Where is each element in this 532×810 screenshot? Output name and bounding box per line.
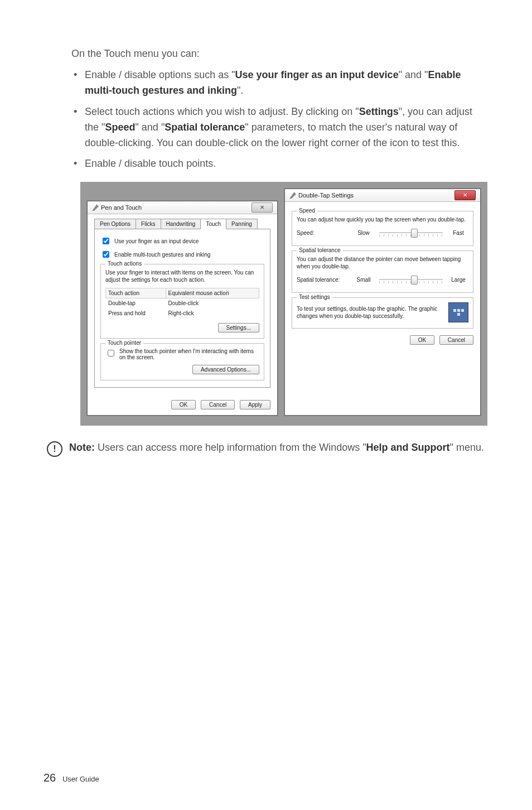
intro-text: On the Touch menu you can: (71, 48, 489, 60)
page-footer: 26 User Guide (43, 772, 99, 784)
bullet-list: Enable / disable options such as "Use yo… (71, 68, 489, 172)
spatial-label: Spatial tolerance: (297, 277, 348, 283)
touch-actions-group: Touch actions Use your finger to interac… (100, 264, 264, 339)
table-header-action: Touch action (106, 288, 166, 298)
bullet-2: Select touch actions which you wish to a… (71, 104, 489, 151)
use-finger-checkbox-input[interactable] (103, 238, 109, 244)
bullet-2-b1: Settings (359, 106, 399, 117)
use-finger-checkbox-label: Use your finger as an input device (114, 238, 199, 244)
bullet-2-mid2: " and " (135, 122, 165, 133)
table-row[interactable]: Double-tap Double-click (106, 298, 259, 308)
bullet-1: Enable / disable options such as "Use yo… (71, 68, 489, 99)
show-touch-pointer-label: Show the touch pointer when I'm interact… (119, 348, 259, 360)
advanced-options-button[interactable]: Advanced Options... (192, 365, 259, 374)
spatial-legend: Spatial tolerance (297, 247, 343, 253)
dialog-footer: OK Cancel Apply (88, 394, 277, 415)
double-tap-settings-dialog: Double-Tap Settings ✕ Speed You can adju… (284, 189, 481, 416)
enable-multitouch-checkbox-input[interactable] (103, 251, 109, 258)
speed-min: Slow (354, 230, 374, 236)
test-graphic[interactable] (448, 302, 468, 322)
show-touch-pointer-input[interactable] (108, 350, 114, 356)
enable-multitouch-checkbox-label: Enable multi-touch gestures and inking (114, 252, 210, 258)
close-icon[interactable]: ✕ (454, 190, 476, 200)
ok-button[interactable]: OK (171, 400, 196, 409)
speed-max: Fast (448, 230, 468, 236)
touch-tabpanel: Use your finger as an input device Enabl… (94, 229, 270, 388)
note-bold: Help and Support (366, 442, 450, 453)
test-settings-group: Test settings To test your settings, dou… (292, 297, 473, 329)
dialog-title: Double-Tap Settings (298, 189, 354, 201)
speed-track[interactable] (379, 229, 443, 237)
bullet-3: Enable / disable touch points. (71, 156, 489, 172)
tabs: Pen Options Flicks Handwriting Touch Pan… (94, 219, 270, 229)
cancel-button[interactable]: Cancel (201, 400, 235, 409)
touch-pointer-group: Touch pointer Show the touch pointer whe… (100, 343, 264, 380)
bullet-1-mid: " and " (399, 69, 428, 80)
cell-double-tap: Double-tap (106, 298, 166, 308)
table-header-mouse: Equivalent mouse action (166, 288, 259, 298)
note-pre: Users can access more help information f… (95, 442, 366, 453)
note-block: ! Note: Users can access more help infor… (71, 440, 489, 457)
touch-actions-desc: Use your finger to interact with items o… (105, 269, 259, 283)
tab-touch[interactable]: Touch (200, 219, 226, 229)
enable-multitouch-checkbox[interactable]: Enable multi-touch gestures and inking (100, 249, 264, 259)
pen-and-touch-dialog: Pen and Touch ✕ Pen Options Flicks Handw… (87, 201, 278, 416)
tab-flicks[interactable]: Flicks (136, 219, 161, 229)
settings-button[interactable]: Settings... (218, 323, 259, 332)
cell-press-hold: Press and hold (106, 308, 166, 319)
bullet-1-pre: Enable / disable options such as " (85, 69, 235, 80)
apply-button[interactable]: Apply (240, 400, 270, 409)
table-row[interactable]: Press and hold Right-click (106, 308, 259, 319)
dialog-titlebar[interactable]: Double-Tap Settings ✕ (285, 189, 480, 202)
cancel-button[interactable]: Cancel (439, 335, 473, 345)
speed-desc: You can adjust how quickly you tap the s… (297, 216, 468, 223)
slider-thumb[interactable] (411, 229, 418, 238)
bullet-3-pre: Enable / disable touch points. (85, 158, 216, 169)
touch-actions-table: Touch action Equivalent mouse action Dou… (105, 288, 259, 319)
touch-actions-legend: Touch actions (105, 261, 144, 267)
pen-icon (92, 204, 99, 211)
bullet-2-b3: Spatial tolerance (165, 122, 245, 133)
dialog-title: Pen and Touch (101, 201, 142, 214)
dialog-titlebar[interactable]: Pen and Touch ✕ (88, 201, 277, 214)
spatial-group: Spatial tolerance You can adjust the dis… (292, 250, 473, 293)
speed-slider[interactable]: Speed: Slow Fast (297, 229, 468, 237)
cell-right-click: Right-click (166, 308, 259, 319)
bullet-1-post: ". (237, 85, 243, 96)
page-number: 26 (43, 772, 56, 784)
spatial-min: Small (354, 277, 374, 283)
slider-thumb[interactable] (411, 276, 418, 285)
note-post: " menu. (450, 442, 484, 453)
use-finger-checkbox[interactable]: Use your finger as an input device (100, 236, 264, 246)
test-legend: Test settings (297, 294, 332, 300)
spatial-max: Large (448, 277, 468, 283)
bullet-2-b2: Speed (105, 122, 135, 133)
speed-label: Speed: (297, 230, 348, 236)
spatial-track[interactable] (379, 276, 443, 283)
test-desc: To test your settings, double-tap the gr… (297, 305, 443, 320)
speed-group: Speed You can adjust how quickly you tap… (292, 211, 473, 246)
close-icon[interactable]: ✕ (252, 202, 273, 213)
note-icon: ! (47, 441, 62, 457)
bullet-1-b1: Use your finger as an input device (235, 69, 399, 80)
cell-double-click: Double-click (166, 298, 259, 308)
footer-label: User Guide (62, 775, 99, 783)
tab-handwriting[interactable]: Handwriting (161, 219, 201, 229)
tab-pen-options[interactable]: Pen Options (94, 219, 136, 229)
show-touch-pointer-checkbox[interactable]: Show the touch pointer when I'm interact… (105, 348, 259, 360)
spatial-slider[interactable]: Spatial tolerance: Small Large (297, 276, 468, 283)
bullet-2-pre: Select touch actions which you wish to a… (85, 106, 359, 117)
pen-icon (289, 192, 296, 199)
note-label: Note: (69, 442, 95, 453)
speed-legend: Speed (297, 208, 317, 214)
ok-button[interactable]: OK (410, 335, 434, 345)
spatial-desc: You can adjust the distance the pointer … (297, 255, 468, 270)
screenshot-figure: Pen and Touch ✕ Pen Options Flicks Handw… (80, 182, 487, 426)
touch-pointer-legend: Touch pointer (105, 340, 143, 346)
tab-panning[interactable]: Panning (226, 219, 258, 229)
